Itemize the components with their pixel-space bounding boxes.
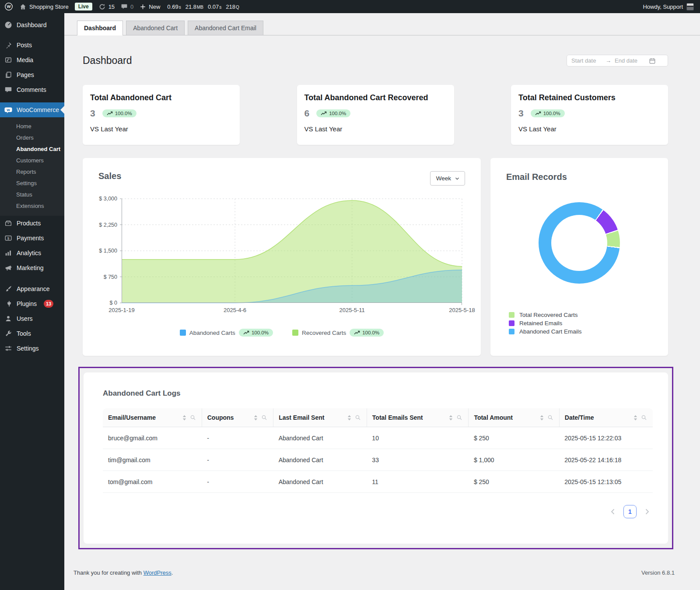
stat-title: Total Abandoned Cart Recovered <box>304 93 447 102</box>
site-name-link[interactable]: Shopping Store <box>19 3 69 11</box>
tab-abandoned-cart[interactable]: Abandoned Cart <box>126 21 185 35</box>
sort-icon[interactable] <box>449 415 453 421</box>
end-date-input[interactable] <box>614 57 646 64</box>
x-tick-label: 2025-1-19 <box>108 307 134 313</box>
tab-abandoned-cart-email[interactable]: Abandoned Cart Email <box>188 21 263 35</box>
start-date-input[interactable] <box>570 57 603 64</box>
search-icon[interactable] <box>548 415 553 420</box>
stat-card-total-recovered: Total Abandoned Cart Recovered 6 100.0% … <box>297 85 454 145</box>
submenu-item-orders[interactable]: Orders <box>0 132 64 143</box>
howdy-text: Howdy, Support <box>643 4 683 10</box>
date-range-picker[interactable]: → <box>567 55 668 67</box>
sales-title: Sales <box>98 171 121 181</box>
performance-stats[interactable]: 0.69s 21.8MB 0.07s 218Q <box>167 4 239 10</box>
sidebar-item-tools[interactable]: Tools <box>0 326 64 341</box>
trend-up-icon <box>535 111 541 116</box>
sort-icon[interactable] <box>540 415 544 421</box>
legend-swatch <box>509 320 514 326</box>
arrow-right-icon: → <box>606 57 611 64</box>
sidebar-item-dashboard[interactable]: Dashboard <box>0 18 64 32</box>
live-badge[interactable]: Live <box>75 3 92 11</box>
trend-pill: 100.0% <box>531 109 565 117</box>
stat-value: 6 <box>304 108 310 119</box>
sales-area-chart: $ 3,000 $ 2,250 $ 1,500 $ 750 $ 0 <box>122 199 462 303</box>
pagination-page-1[interactable]: 1 <box>623 505 637 518</box>
chevron-left-icon <box>611 509 615 515</box>
user-icon <box>4 314 13 323</box>
sidebar-item-analytics[interactable]: Analytics <box>0 246 64 260</box>
products-box-icon <box>4 219 13 228</box>
chevron-right-icon <box>645 509 649 515</box>
account-menu[interactable]: Howdy, Support <box>643 3 694 11</box>
stat-title: Total Abandoned Cart <box>90 93 232 102</box>
sidebar-item-appearance[interactable]: Appearance <box>0 281 64 296</box>
new-button[interactable]: New <box>140 4 160 10</box>
logs-card: Abandoned Cart Logs Email/Username Coupo… <box>84 372 668 544</box>
sidebar-item-products[interactable]: Products <box>0 216 64 231</box>
sales-legend: Abandoned Carts 100.0% Recovered Carts 1… <box>98 329 465 337</box>
home-icon <box>19 3 27 11</box>
sidebar-item-media[interactable]: Media <box>0 53 64 67</box>
pagination-prev[interactable] <box>611 509 615 515</box>
table-row: tim@gmail.com-Abandoned Cart33$ 1,000202… <box>103 449 653 471</box>
column-header-total-amount[interactable]: Total Amount <box>469 408 559 427</box>
period-selector[interactable]: Week <box>430 171 465 186</box>
submenu-item-reports[interactable]: Reports <box>0 166 64 177</box>
search-icon[interactable] <box>457 415 462 420</box>
search-icon[interactable] <box>262 415 267 420</box>
submenu-item-abandoned-cart[interactable]: Abandoned Cart <box>0 143 64 155</box>
admin-footer: Thank you for creating with WordPress. V… <box>64 569 700 585</box>
stat-subtitle: VS Last Year <box>304 125 447 133</box>
legend-swatch <box>180 330 186 336</box>
pagination-next[interactable] <box>645 509 649 515</box>
search-icon[interactable] <box>190 415 196 420</box>
submenu-item-extensions[interactable]: Extensions <box>0 200 64 211</box>
legend-swatch <box>509 329 514 334</box>
wordpress-link[interactable]: WordPress <box>144 569 172 576</box>
sort-icon[interactable] <box>182 415 186 421</box>
tab-dashboard[interactable]: Dashboard <box>77 21 123 35</box>
y-tick-label: $ 2,250 <box>87 222 117 228</box>
stat-subtitle: VS Last Year <box>518 125 661 133</box>
search-icon[interactable] <box>355 415 360 420</box>
column-header-total-emails-sent[interactable]: Total Emails Sent <box>367 408 469 427</box>
x-tick-label: 2025-5-18 <box>449 307 475 313</box>
sidebar-item-comments[interactable]: Comments <box>0 82 64 97</box>
stat-value: 3 <box>518 108 524 119</box>
chevron-down-icon <box>454 176 460 182</box>
comments-indicator[interactable]: 0 <box>121 3 133 10</box>
sidebar-item-users[interactable]: Users <box>0 311 64 326</box>
stat-subtitle: VS Last Year <box>90 125 232 133</box>
trend-pill: 100.0% <box>102 109 136 117</box>
sliders-icon <box>4 344 13 353</box>
submenu-item-customers[interactable]: Customers <box>0 155 64 166</box>
submenu-item-settings[interactable]: Settings <box>0 177 64 189</box>
wordpress-logo-icon[interactable]: W <box>4 2 13 11</box>
sidebar-item-posts[interactable]: Posts <box>0 38 64 53</box>
sort-icon[interactable] <box>254 415 258 421</box>
search-icon[interactable] <box>641 415 647 420</box>
y-tick-label: $ 1,500 <box>87 248 117 254</box>
calendar-icon[interactable] <box>649 57 656 64</box>
stat-card-retained-customers: Total Retained Customers 3 100.0% VS Las… <box>511 85 668 145</box>
column-header-coupons[interactable]: Coupons <box>202 408 273 427</box>
submenu-item-home[interactable]: Home <box>0 120 64 132</box>
woocommerce-submenu: Home Orders Abandoned Cart Customers Rep… <box>0 117 64 216</box>
sidebar-item-pages[interactable]: Pages <box>0 67 64 82</box>
y-tick-label: $ 750 <box>87 274 117 280</box>
updates-indicator[interactable]: 15 <box>98 3 115 11</box>
sidebar-item-plugins[interactable]: Plugins 13 <box>0 296 64 311</box>
sort-icon[interactable] <box>634 415 637 421</box>
column-header-last-email-sent[interactable]: Last Email Sent <box>273 408 367 427</box>
sort-icon[interactable] <box>347 415 351 421</box>
sidebar-item-settings[interactable]: Settings <box>0 341 64 356</box>
plugin-tabs: Dashboard Abandoned Cart Abandoned Cart … <box>64 13 700 35</box>
sidebar-item-woocommerce[interactable]: W WooCommerce <box>0 102 64 117</box>
sidebar-item-marketing[interactable]: Marketing <box>0 260 64 275</box>
column-header-date-time[interactable]: Date/Time <box>559 408 653 427</box>
sidebar-item-payments[interactable]: $ Payments <box>0 231 64 246</box>
footer-thanks: Thank you for creating with WordPress. <box>74 569 173 576</box>
svg-text:W: W <box>7 108 10 112</box>
column-header-email[interactable]: Email/Username <box>103 408 202 427</box>
submenu-item-status[interactable]: Status <box>0 189 64 200</box>
